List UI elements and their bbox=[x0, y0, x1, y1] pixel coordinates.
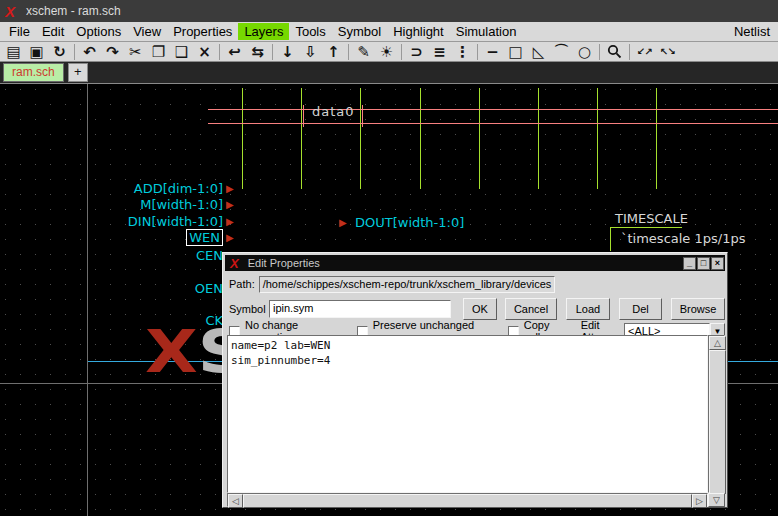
draw-circle-icon[interactable]: ○ bbox=[573, 42, 596, 61]
scroll-up-icon[interactable]: △ bbox=[709, 336, 726, 350]
wire-vertical bbox=[242, 88, 243, 189]
titlebar: X xschem - ram.sch bbox=[0, 0, 778, 22]
open-file-icon[interactable]: ▤ bbox=[2, 42, 25, 61]
pin-label-dout[interactable]: DOUT[width-1:0] bbox=[355, 215, 464, 230]
properties-textarea[interactable]: name=p2 lab=WEN sim_pinnumber=4 bbox=[227, 335, 708, 493]
netlist-view-icon[interactable]: ≡ bbox=[428, 42, 451, 61]
xschem-dialog-icon: X bbox=[230, 256, 239, 271]
wire-vertical bbox=[656, 88, 657, 189]
window-title: xschem - ram.sch bbox=[26, 4, 121, 18]
cut-icon[interactable]: ✂ bbox=[124, 42, 147, 61]
output-pin-icon[interactable]: ▶ bbox=[339, 217, 347, 228]
vertical-scrollbar[interactable]: △ bbox=[708, 335, 725, 493]
path-field[interactable]: /home/schippes/xschem-repo/trunk/xschem_… bbox=[259, 276, 555, 293]
symbol-field[interactable]: ipin.sym bbox=[269, 300, 451, 318]
menu-tools[interactable]: Tools bbox=[289, 23, 331, 40]
menu-netlist[interactable]: Netlist bbox=[726, 23, 778, 40]
bus-tick bbox=[362, 105, 363, 127]
scroll-down-icon[interactable]: ▽ bbox=[708, 493, 725, 507]
timescale-title[interactable]: TIMESCALE bbox=[615, 211, 688, 226]
input-pin-icon[interactable]: ▶ bbox=[226, 232, 234, 243]
reload-icon[interactable]: ↻ bbox=[48, 42, 71, 61]
pin-label-din[interactable]: DIN[width-1:0] bbox=[128, 214, 223, 229]
bus-line-bottom bbox=[208, 123, 778, 124]
cancel-button[interactable]: Cancel bbox=[505, 298, 557, 320]
close-icon[interactable]: × bbox=[711, 257, 724, 270]
go-up-hierarchy-icon[interactable]: ↑ bbox=[322, 42, 345, 61]
wire-vertical bbox=[538, 88, 539, 189]
scroll-left-icon[interactable]: ◁ bbox=[228, 494, 243, 508]
minimize-icon[interactable]: _ bbox=[683, 257, 696, 270]
dialog-title: Edit Properties bbox=[248, 257, 320, 269]
menu-layers[interactable]: Layers bbox=[238, 23, 289, 40]
timescale-bracket-v bbox=[610, 227, 611, 251]
wire-vertical bbox=[360, 88, 361, 189]
undo-icon[interactable]: ↶ bbox=[78, 42, 101, 61]
pin-label-m[interactable]: M[width-1:0] bbox=[140, 197, 223, 212]
delete-icon[interactable]: × bbox=[193, 42, 216, 61]
draw-line-icon[interactable]: − bbox=[481, 42, 504, 61]
pin-label-cen[interactable]: CEN bbox=[196, 248, 223, 263]
menu-highlight[interactable]: Highlight bbox=[387, 23, 450, 40]
browse-button[interactable]: Browse bbox=[671, 298, 725, 320]
tabbar: ram.sch + bbox=[0, 62, 778, 84]
draw-rect-icon[interactable]: □ bbox=[504, 42, 527, 61]
toolbar-separator bbox=[401, 44, 402, 60]
menu-file[interactable]: File bbox=[3, 23, 36, 40]
draw-wire-icon[interactable]: ✎ bbox=[352, 42, 375, 61]
menu-view[interactable]: View bbox=[127, 23, 167, 40]
horizontal-scrollbar-thumb[interactable] bbox=[243, 494, 692, 508]
ok-button[interactable]: OK bbox=[463, 298, 497, 320]
dialog-titlebar[interactable]: X Edit Properties _ □ × bbox=[225, 255, 725, 271]
input-pin-icon[interactable]: ▶ bbox=[226, 199, 234, 210]
descend-schematic-icon[interactable]: ↓ bbox=[276, 42, 299, 61]
zoom-icon[interactable] bbox=[603, 42, 626, 61]
del-button[interactable]: Del bbox=[619, 298, 662, 320]
horizontal-scrollbar[interactable]: ◁ ▷ bbox=[227, 493, 708, 507]
swap-icon[interactable]: ⇆ bbox=[246, 42, 269, 61]
bus-label[interactable]: data0 bbox=[312, 104, 355, 119]
maximize-icon[interactable]: □ bbox=[697, 257, 710, 270]
menu-edit[interactable]: Edit bbox=[36, 23, 70, 40]
xschem-window: X xschem - ram.sch File Edit Options Vie… bbox=[0, 0, 778, 516]
menu-options[interactable]: Options bbox=[70, 23, 127, 40]
pop-hierarchy-icon[interactable]: ↩ bbox=[223, 42, 246, 61]
copy-icon[interactable]: ❐ bbox=[147, 42, 170, 61]
save-file-icon[interactable]: ▣ bbox=[25, 42, 48, 61]
menu-properties[interactable]: Properties bbox=[167, 23, 238, 40]
pin-label-wen-selected[interactable]: WEN bbox=[186, 229, 223, 246]
pin-label-oen[interactable]: OEN bbox=[195, 281, 223, 296]
draw-arc-icon[interactable]: ⌒ bbox=[550, 42, 573, 61]
menu-simulation[interactable]: Simulation bbox=[450, 23, 523, 40]
path-row: Path: /home/schippes/xschem-repo/trunk/x… bbox=[227, 274, 555, 294]
timescale-value[interactable]: `timescale 1ps/1ps bbox=[621, 231, 745, 246]
toolbar: ▤ ▣ ↻ ↶ ↷ ✂ ❐ ❑ × ↩ ⇆ ↓ ⇩ ↑ ✎ ☀ ⊃ ≡ ⋮ − … bbox=[0, 42, 778, 62]
load-button[interactable]: Load bbox=[566, 298, 610, 320]
pin-label-add[interactable]: ADD[dim-1:0] bbox=[134, 181, 223, 196]
redo-icon[interactable]: ↷ bbox=[101, 42, 124, 61]
zoom-fit-icon[interactable]: ↙↗ bbox=[633, 42, 656, 61]
symbol-row: Symbol ipin.sym OK Cancel Load Del Brows… bbox=[227, 297, 725, 321]
junction-icon[interactable]: ⋮ bbox=[451, 42, 474, 61]
descend-symbol-icon[interactable]: ⇩ bbox=[299, 42, 322, 61]
tab-ram-sch[interactable]: ram.sch bbox=[3, 63, 64, 82]
insert-symbol-icon[interactable]: ⊃ bbox=[405, 42, 428, 61]
wire-vertical bbox=[301, 88, 302, 189]
logo-letter-x: X bbox=[145, 318, 198, 386]
vertical-scrollbar-thumb[interactable] bbox=[709, 350, 726, 494]
toolbar-separator bbox=[272, 44, 273, 60]
menu-symbol[interactable]: Symbol bbox=[332, 23, 387, 40]
paste-icon[interactable]: ❑ bbox=[170, 42, 193, 61]
toolbar-separator bbox=[629, 44, 630, 60]
input-pin-icon[interactable]: ▶ bbox=[226, 183, 234, 194]
bus-line-top bbox=[208, 109, 778, 110]
menubar: File Edit Options View Properties Layers… bbox=[0, 22, 778, 42]
toolbar-separator bbox=[219, 44, 220, 60]
timescale-bracket-h bbox=[610, 227, 682, 228]
input-pin-icon[interactable]: ▶ bbox=[226, 216, 234, 227]
new-tab-button[interactable]: + bbox=[68, 63, 88, 82]
scroll-right-icon[interactable]: ▷ bbox=[692, 494, 707, 508]
draw-polygon-icon[interactable]: ◺ bbox=[527, 42, 550, 61]
toggle-light-icon[interactable]: ☀ bbox=[375, 42, 398, 61]
zoom-full-icon[interactable]: ↖↘ bbox=[656, 42, 679, 61]
